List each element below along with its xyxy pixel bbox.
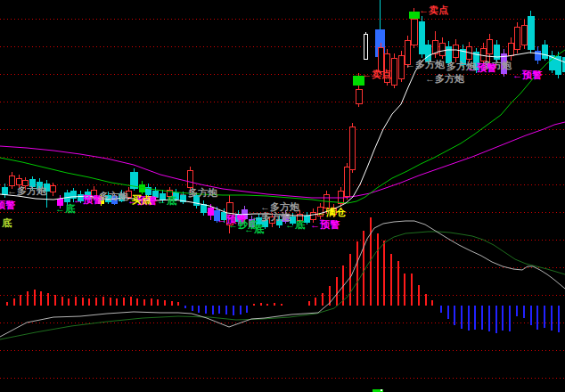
candle — [549, 51, 554, 73]
ma-white-line — [0, 50, 565, 216]
candle — [9, 172, 14, 189]
candle — [378, 43, 383, 75]
candle — [439, 37, 445, 59]
bottom-signal-dot — [381, 389, 382, 391]
candle — [384, 49, 389, 86]
candle — [2, 184, 7, 198]
candle — [37, 178, 42, 192]
candle — [57, 195, 62, 208]
candle — [249, 216, 254, 229]
candle — [276, 216, 282, 228]
candle — [528, 11, 534, 53]
moving-average-lines — [0, 50, 565, 216]
candle — [514, 22, 520, 53]
sell-point-box — [409, 12, 420, 19]
candle — [494, 40, 499, 62]
candle — [310, 208, 315, 223]
ma-magenta-line — [0, 122, 565, 198]
stock-chart-screen: ←多方炮←预警←底←预警←多方炮底←预警买点←底←多方炮←预警←抄底←底←多方炮… — [0, 0, 565, 392]
candle — [349, 123, 355, 173]
candle — [331, 204, 336, 217]
candle — [242, 206, 247, 222]
candle — [85, 189, 90, 201]
candle — [521, 20, 527, 49]
candle — [269, 213, 274, 227]
price-chart-canvas[interactable] — [0, 0, 565, 392]
candle — [425, 40, 430, 64]
candle — [70, 188, 76, 202]
candle — [282, 210, 288, 224]
candle — [508, 37, 513, 61]
candle — [187, 167, 192, 192]
candle — [323, 191, 329, 214]
candle — [501, 49, 506, 77]
macd-sub-panel — [0, 217, 565, 392]
candle — [473, 48, 479, 73]
candle — [317, 203, 323, 219]
candle — [44, 180, 49, 208]
candle — [262, 216, 267, 229]
ma-green-line — [0, 50, 565, 203]
candle — [542, 40, 547, 61]
candle — [446, 41, 451, 66]
candle — [226, 195, 233, 233]
candle — [119, 190, 124, 202]
candle — [391, 53, 397, 88]
candle — [487, 34, 492, 71]
candle — [344, 163, 349, 200]
candle — [180, 192, 185, 204]
candle — [256, 214, 261, 227]
dea-line — [0, 232, 565, 339]
candle — [364, 32, 367, 60]
candle — [167, 187, 172, 200]
candle — [419, 16, 424, 58]
candle — [304, 212, 309, 225]
candle — [453, 39, 458, 62]
candle — [130, 168, 137, 191]
candle — [193, 192, 199, 208]
candle — [16, 175, 21, 188]
candle — [105, 192, 111, 204]
candlestick-panel — [2, 0, 565, 233]
candle — [160, 190, 165, 203]
candle — [460, 45, 465, 68]
candle — [405, 36, 410, 68]
candle — [398, 51, 404, 82]
candle — [290, 213, 295, 225]
candle — [338, 187, 343, 207]
candle — [297, 210, 302, 223]
candle — [145, 184, 151, 197]
sell-point-box — [353, 76, 364, 86]
candle — [201, 200, 206, 216]
candle — [98, 193, 103, 206]
candle — [22, 177, 28, 190]
candle — [29, 176, 35, 191]
candle — [535, 46, 540, 64]
